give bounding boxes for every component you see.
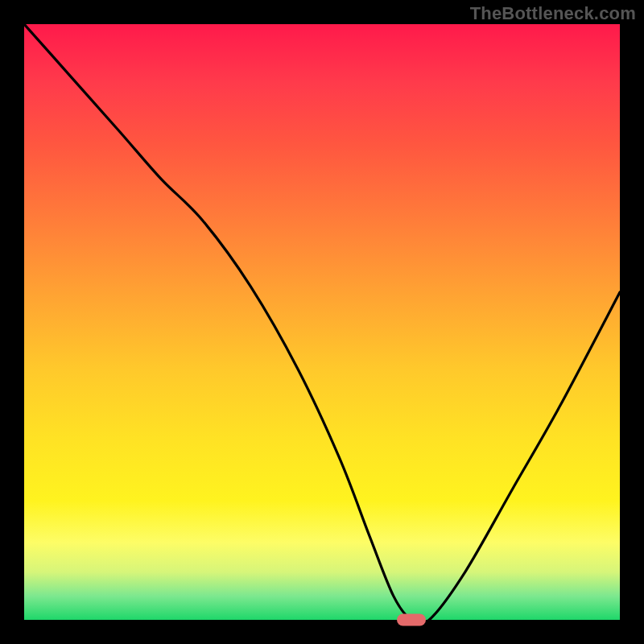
curve-layer [24, 24, 620, 620]
watermark-text: TheBottleneck.com [470, 3, 636, 24]
plot-area [24, 24, 620, 620]
optimum-marker [397, 614, 426, 626]
bottleneck-curve [24, 24, 620, 620]
chart-frame: TheBottleneck.com [0, 0, 644, 644]
